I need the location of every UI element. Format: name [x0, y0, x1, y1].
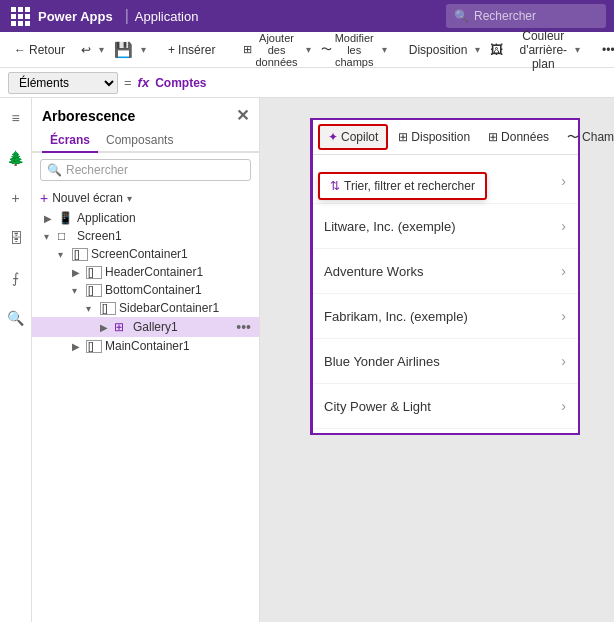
topbar-separator: | [125, 7, 129, 25]
fields-copilot-label: Champs [582, 130, 614, 144]
tree-search-input[interactable] [66, 163, 244, 177]
waffle-icon[interactable] [8, 4, 32, 28]
canvas-frame: ✦ Copilot ⊞ Disposition ⊞ Données 〜 Cham… [310, 118, 580, 435]
gallery-item-1[interactable]: Litware, Inc. (exemple) › [312, 204, 578, 249]
search-wrap: 🔍 [446, 4, 606, 28]
formula-select[interactable]: Éléments [8, 72, 118, 94]
undo-chevron[interactable]: ▾ [99, 44, 104, 55]
tree-item-bottomcontainer1[interactable]: ▾ [] BottomContainer1 [32, 281, 259, 299]
tree-icon[interactable]: 🌲 [4, 146, 28, 170]
sidebarcontainer1-label: SidebarContainer1 [119, 301, 255, 315]
layout-chevron[interactable]: ▾ [475, 44, 480, 55]
sort-filter-tooltip[interactable]: ⇅ Trier, filtrer et rechercher [318, 172, 487, 200]
save-chevron[interactable]: ▾ [141, 44, 146, 55]
fields-copilot-icon: 〜 [567, 129, 579, 146]
gallery-item-2[interactable]: Adventure Works › [312, 249, 578, 294]
copilot-icon: ✦ [328, 130, 338, 144]
tree-item-gallery1[interactable]: ▶ ⊞ Gallery1 ••• [32, 317, 259, 337]
headercontainer1-label: HeaderContainer1 [105, 265, 255, 279]
modify-chevron[interactable]: ▾ [382, 44, 387, 55]
tree-item-app[interactable]: ▶ 📱 Application [32, 209, 259, 227]
back-icon: ← [14, 43, 26, 57]
headercontainer1-icon: [] [86, 266, 102, 279]
copilot-label: Copilot [341, 130, 378, 144]
tree-close-button[interactable]: ✕ [236, 106, 249, 125]
gallery-item-3[interactable]: Fabrikam, Inc. (exemple) › [312, 294, 578, 339]
data-copilot-label: Données [501, 130, 549, 144]
toolbar: ← Retour ↩ ▾ 💾 ▾ + Insérer ⊞ Ajouter des… [0, 32, 614, 68]
layout-copilot-button[interactable]: ⊞ Disposition [390, 126, 478, 148]
tree-title: Arborescence [42, 108, 135, 124]
copilot-button[interactable]: ✦ Copilot [318, 124, 388, 150]
gallery1-icon: ⊞ [114, 320, 130, 334]
insert-button[interactable]: + Insérer [162, 40, 221, 60]
formula-fx-icon: fx [138, 75, 150, 90]
tree-item-maincontainer1[interactable]: ▶ [] MainContainer1 [32, 337, 259, 355]
app-label: Application [77, 211, 255, 225]
search-icon: 🔍 [454, 9, 469, 23]
screen1-icon: □ [58, 229, 74, 243]
formula-value: Comptes [155, 76, 206, 90]
fields-copilot-button[interactable]: 〜 Champs [559, 125, 614, 150]
layout-copilot-icon: ⊞ [398, 130, 408, 144]
maincontainer1-chevron: ▶ [72, 341, 86, 352]
gallery-item-2-label: Adventure Works [324, 264, 423, 279]
data-icon[interactable]: 🗄 [4, 226, 28, 250]
tree-item-screencontainer1[interactable]: ▾ [] ScreenContainer1 [32, 245, 259, 263]
tree-search-box: 🔍 [40, 159, 251, 181]
side-icons-panel: ≡ 🌲 + 🗄 ⨍ 🔍 [0, 98, 32, 622]
topbar-search-input[interactable] [446, 4, 606, 28]
back-label: Retour [29, 43, 65, 57]
bg-icon-button[interactable]: 🖼 [484, 39, 509, 60]
bg-color-chevron[interactable]: ▾ [575, 44, 580, 55]
formula-eq: = [124, 75, 132, 90]
bottomcontainer1-chevron: ▾ [72, 285, 86, 296]
gallery-item-3-chevron: › [561, 308, 566, 324]
tree-item-headercontainer1[interactable]: ▶ [] HeaderContainer1 [32, 263, 259, 281]
screencontainer1-icon: [] [72, 248, 88, 261]
screen1-chevron: ▾ [44, 231, 58, 242]
tree-item-screen1[interactable]: ▾ □ Screen1 [32, 227, 259, 245]
tree-header: Arborescence ✕ [32, 98, 259, 129]
tab-screens[interactable]: Écrans [42, 129, 98, 153]
search-side-icon[interactable]: 🔍 [4, 306, 28, 330]
tree-items: ▶ 📱 Application ▾ □ Screen1 ▾ [] ScreenC… [32, 209, 259, 622]
undo-button[interactable]: ↩ [75, 40, 97, 60]
topbar-title: Application [135, 9, 446, 24]
gallery-item-2-chevron: › [561, 263, 566, 279]
back-button[interactable]: ← Retour [8, 40, 71, 60]
new-screen-chevron[interactable]: ▾ [127, 193, 132, 204]
bg-color-button[interactable]: Couleur d'arrière-plan [513, 26, 573, 74]
gallery1-more-button[interactable]: ••• [232, 319, 255, 335]
gallery-item-4-label: Blue Yonder Airlines [324, 354, 440, 369]
gallery-item-5[interactable]: City Power & Light › [312, 384, 578, 429]
add-data-button[interactable]: ⊞ Ajouter des données [237, 29, 303, 71]
new-screen-label: Nouvel écran [52, 191, 123, 205]
tab-components[interactable]: Composants [98, 129, 181, 153]
gallery1-label: Gallery1 [133, 320, 232, 334]
gallery-item-4[interactable]: Blue Yonder Airlines › [312, 339, 578, 384]
screencontainer1-label: ScreenContainer1 [91, 247, 255, 261]
maincontainer1-label: MainContainer1 [105, 339, 255, 353]
hamburger-icon[interactable]: ≡ [4, 106, 28, 130]
add-data-chevron[interactable]: ▾ [306, 44, 311, 55]
app-logo: Power Apps [38, 9, 113, 24]
layout-button[interactable]: Disposition [403, 40, 474, 60]
canvas-area: ✦ Copilot ⊞ Disposition ⊞ Données 〜 Cham… [260, 98, 614, 622]
sidebarcontainer1-chevron: ▾ [86, 303, 100, 314]
layout-label: Disposition [409, 43, 468, 57]
formula-icon[interactable]: ⨍ [4, 266, 28, 290]
modify-fields-button[interactable]: 〜 Modifier les champs [315, 29, 380, 71]
save-button[interactable]: 💾 [108, 38, 139, 62]
copilot-toolbar: ✦ Copilot ⊞ Disposition ⊞ Données 〜 Cham… [312, 120, 578, 155]
bottomcontainer1-icon: [] [86, 284, 102, 297]
more-button[interactable]: ••• [596, 40, 614, 60]
tree-item-sidebarcontainer1[interactable]: ▾ [] SidebarContainer1 [32, 299, 259, 317]
topbar: Power Apps | Application 🔍 [0, 0, 614, 32]
new-screen-button[interactable]: + Nouvel écran ▾ [32, 187, 259, 209]
add-icon[interactable]: + [4, 186, 28, 210]
data-copilot-icon: ⊞ [488, 130, 498, 144]
bottomcontainer1-label: BottomContainer1 [105, 283, 255, 297]
modify-fields-label: Modifier les champs [335, 32, 374, 68]
data-copilot-button[interactable]: ⊞ Données [480, 126, 557, 148]
